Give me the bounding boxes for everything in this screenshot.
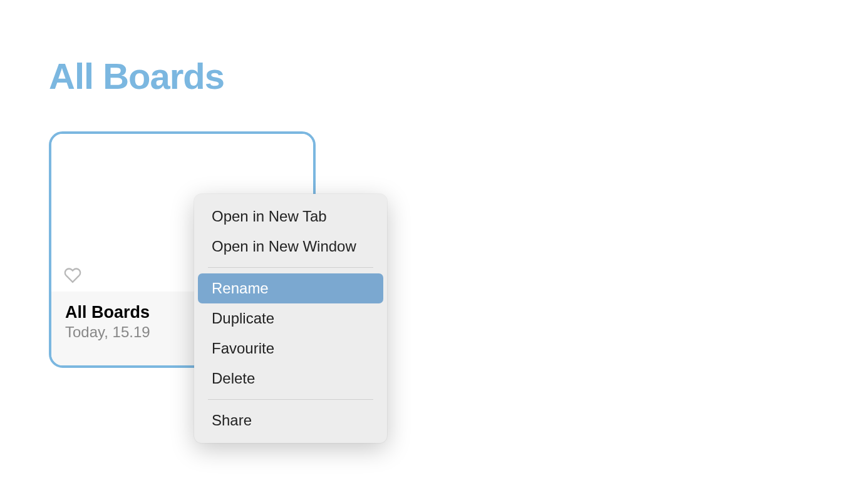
- page-title: All Boards: [49, 55, 224, 97]
- menu-item-rename[interactable]: Rename: [198, 273, 383, 303]
- menu-group-3: Share: [194, 403, 387, 438]
- menu-item-share[interactable]: Share: [198, 405, 383, 435]
- menu-divider: [208, 399, 373, 400]
- context-menu: Open in New Tab Open in New Window Renam…: [194, 194, 387, 443]
- menu-group-1: Open in New Tab Open in New Window: [194, 199, 387, 264]
- menu-item-favourite[interactable]: Favourite: [198, 333, 383, 363]
- menu-item-duplicate[interactable]: Duplicate: [198, 303, 383, 333]
- heart-icon[interactable]: [64, 267, 81, 284]
- menu-group-2: Rename Duplicate Favourite Delete: [194, 271, 387, 396]
- menu-divider: [208, 267, 373, 268]
- menu-item-delete[interactable]: Delete: [198, 363, 383, 394]
- menu-item-open-new-window[interactable]: Open in New Window: [198, 231, 383, 262]
- menu-item-open-new-tab[interactable]: Open in New Tab: [198, 201, 383, 231]
